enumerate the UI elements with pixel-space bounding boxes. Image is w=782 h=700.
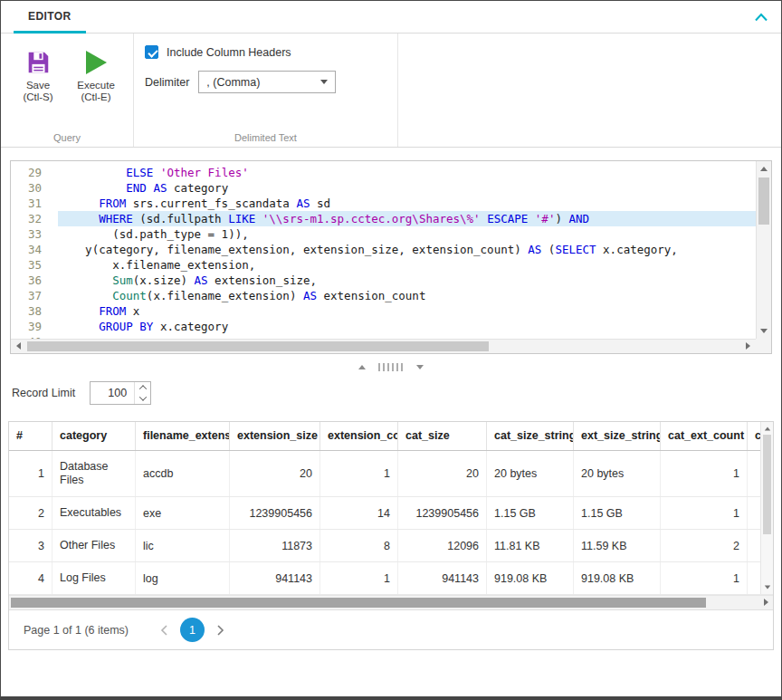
code-line-32[interactable]: 32 WHERE (sd.fullpath LIKE '\\srs-m1.sp.… xyxy=(11,211,756,226)
delimiter-value: , (Comma) xyxy=(206,76,260,89)
splitter-expand-down-icon[interactable] xyxy=(416,365,424,369)
code-lines[interactable]: 29 ELSE 'Other Files'30 END AS category3… xyxy=(11,161,756,339)
grid-scroll-up-icon[interactable] xyxy=(765,427,770,431)
scroll-up-icon[interactable] xyxy=(760,167,768,171)
column-header-extension_size[interactable]: extension_size xyxy=(230,422,320,450)
grid-scroll-right-icon[interactable] xyxy=(764,599,768,606)
cell-cat_ext_count: 1 xyxy=(661,451,748,496)
code-text: WHERE (sd.fullpath LIKE '\\srs-m1.sp.cct… xyxy=(58,211,756,226)
column-header-extension_count[interactable]: extension_count xyxy=(320,422,398,450)
table-row[interactable]: 4Log Fileslog9411431941143919.08 KB919.0… xyxy=(9,562,773,595)
toolbar-group-delimited-text: Include Column Headers Delimiter , (Comm… xyxy=(134,34,398,147)
code-text: Sum(x.size) AS extension_size, xyxy=(58,273,756,288)
cell-cat_size_string: 919.08 KB xyxy=(487,562,574,594)
tab-editor[interactable]: EDITOR xyxy=(14,1,86,34)
code-line-29[interactable]: 29 ELSE 'Other Files' xyxy=(11,165,756,180)
code-line-39[interactable]: 39 GROUP BY x.category xyxy=(11,319,756,334)
cell-extension_count: 1 xyxy=(320,562,398,594)
cell-extension_count: 14 xyxy=(320,497,398,529)
code-text: ELSE 'Other Files' xyxy=(58,165,756,180)
toolbar: Save (Ctl-S) Execute (Ctl-E) Query Inclu… xyxy=(1,34,781,148)
splitter-grip[interactable] xyxy=(378,363,404,371)
scroll-right-icon[interactable] xyxy=(746,342,750,350)
cell-cat_ext_count: 2 xyxy=(661,530,748,561)
record-limit-increment-icon[interactable] xyxy=(135,382,150,393)
include-headers-checkbox[interactable] xyxy=(145,45,158,59)
line-number: 36 xyxy=(11,273,58,288)
line-number: 38 xyxy=(11,303,58,319)
table-row[interactable]: 3Other Fileslic1187381209611.81 KB11.59 … xyxy=(9,530,773,562)
cell-cat_size: 941143 xyxy=(398,562,487,594)
line-number: 35 xyxy=(11,257,58,273)
sql-editor[interactable]: 29 ELSE 'Other Files'30 END AS category3… xyxy=(10,160,772,354)
code-line-37[interactable]: 37 Count(x.filename_extension) AS extens… xyxy=(11,288,756,303)
column-header-cat_size_string[interactable]: cat_size_string xyxy=(487,422,574,450)
save-button[interactable]: Save (Ctl-S) xyxy=(12,43,64,102)
code-line-36[interactable]: 36 Sum(x.size) AS extension_size, xyxy=(11,273,756,288)
scroll-left-icon[interactable] xyxy=(16,342,21,350)
column-header-cat_size[interactable]: cat_size xyxy=(398,422,487,450)
code-line-30[interactable]: 30 END AS category xyxy=(11,180,756,196)
cell-ext_size_string: 20 bytes xyxy=(574,451,661,496)
grid-vertical-scrollbar[interactable] xyxy=(760,422,773,594)
delimiter-dropdown[interactable]: , (Comma) xyxy=(198,71,336,93)
column-header-cat_ext_count[interactable]: cat_ext_count xyxy=(661,422,748,450)
vertical-scrollbar-thumb[interactable] xyxy=(758,177,769,225)
execute-label: Execute xyxy=(77,80,115,91)
column-header-ext_size_string[interactable]: ext_size_string xyxy=(574,422,661,450)
editor-vertical-scrollbar[interactable] xyxy=(756,161,771,339)
include-headers-row: Include Column Headers xyxy=(145,45,386,59)
code-text: (sd.path_type = 1)), xyxy=(58,226,756,242)
collapse-panel-icon[interactable] xyxy=(754,12,768,23)
execute-button[interactable]: Execute (Ctl-E) xyxy=(70,43,122,102)
dropdown-caret-icon xyxy=(320,80,328,84)
table-row[interactable]: 2Executablesexe12399054561412399054561.1… xyxy=(9,497,773,530)
code-line-34[interactable]: 34 y(category, filename_extension, exten… xyxy=(11,242,756,257)
editor-horizontal-scrollbar[interactable] xyxy=(11,339,756,353)
code-line-38[interactable]: 38 FROM x xyxy=(11,303,756,319)
cell-category: Log Files xyxy=(52,562,136,594)
save-icon xyxy=(24,46,52,79)
scrollbar-corner xyxy=(756,339,771,353)
cell-ext_size_string: 1.15 GB xyxy=(574,497,661,529)
pager-next-icon[interactable] xyxy=(215,624,225,637)
scroll-down-icon[interactable] xyxy=(760,329,768,333)
cell-cat_size: 1239905456 xyxy=(398,497,487,529)
horizontal-scrollbar-thumb[interactable] xyxy=(27,341,489,351)
grid-header-row: #categoryfilename_extensionextension_siz… xyxy=(9,422,773,451)
code-line-31[interactable]: 31 FROM srs.current_fs_scandata AS sd xyxy=(11,196,756,211)
cell-filename_extension: lic xyxy=(136,530,230,561)
grid-body: 1Database Filesaccdb2012020 bytes20 byte… xyxy=(9,451,773,595)
cell-extension_size: 941143 xyxy=(230,562,320,594)
column-header-filename_extension[interactable]: filename_extension xyxy=(136,422,230,450)
grid-horizontal-scrollbar[interactable] xyxy=(9,595,773,609)
delimited-text-group-label: Delimited Text xyxy=(134,132,397,143)
column-header-#[interactable]: # xyxy=(9,422,52,450)
panel-header: EDITOR xyxy=(1,1,781,34)
grid-scroll-down-icon[interactable] xyxy=(765,586,770,590)
record-limit-spin-buttons xyxy=(134,382,150,404)
splitter-collapse-up-icon[interactable] xyxy=(358,365,366,369)
grid-horizontal-scrollbar-thumb[interactable] xyxy=(11,598,706,608)
line-number: 33 xyxy=(11,226,58,242)
cell-extension_size: 20 xyxy=(230,451,320,496)
line-number: 32 xyxy=(11,211,58,226)
code-text: y(category, filename_extension, extensio… xyxy=(58,242,756,257)
splitter[interactable] xyxy=(1,354,781,379)
code-line-33[interactable]: 33 (sd.path_type = 1)), xyxy=(11,226,756,242)
grid-vertical-scrollbar-thumb[interactable] xyxy=(763,435,771,534)
pager-page-1[interactable]: 1 xyxy=(180,618,205,642)
cell-cat_size: 20 xyxy=(398,451,487,496)
record-limit-decrement-icon[interactable] xyxy=(135,393,150,404)
cell-#: 3 xyxy=(9,530,52,561)
column-header-category[interactable]: category xyxy=(52,422,136,450)
cell-cat_size_string: 1.15 GB xyxy=(487,497,574,529)
table-row[interactable]: 1Database Filesaccdb2012020 bytes20 byte… xyxy=(9,451,773,497)
results-grid: #categoryfilename_extensionextension_siz… xyxy=(8,421,774,650)
cell-#: 4 xyxy=(9,562,52,594)
code-line-35[interactable]: 35 x.filename_extension, xyxy=(11,257,756,273)
code-text: END AS category xyxy=(58,180,756,196)
code-text: FROM srs.current_fs_scandata AS sd xyxy=(58,196,756,211)
pager-prev-icon[interactable] xyxy=(159,624,169,637)
line-number: 34 xyxy=(11,242,58,257)
